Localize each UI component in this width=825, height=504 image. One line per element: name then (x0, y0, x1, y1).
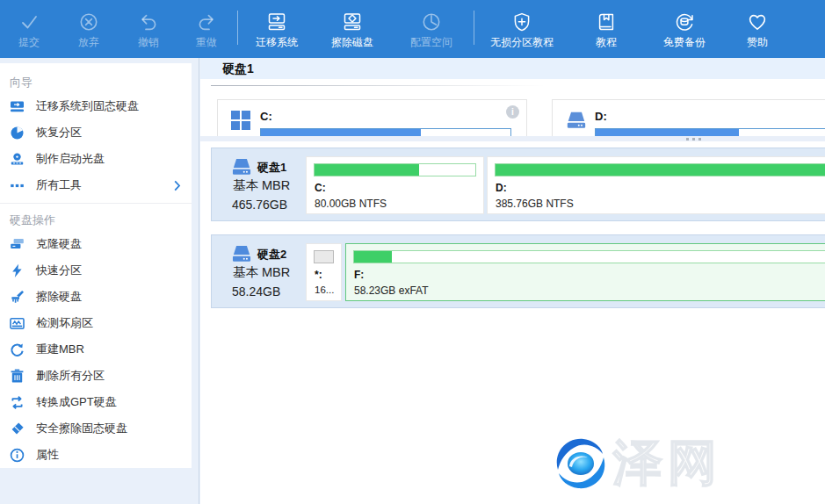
tutorial-button[interactable]: 教程 (568, 0, 645, 58)
sidebar-item-rebuild-mbr[interactable]: 重建MBR (0, 336, 192, 363)
cancel-circle-icon (77, 10, 100, 33)
usage-bar-fill (596, 129, 739, 136)
partition-info: 16... (315, 284, 334, 295)
usage-bar (314, 163, 476, 176)
lossless-partition-tutorial-button[interactable]: 无损分区教程 (476, 0, 568, 58)
sidebar-item-clone-disk[interactable]: 克隆硬盘 (0, 231, 192, 257)
overview-card-drive-d[interactable]: D: (552, 99, 825, 136)
sidebar-main-divider (199, 58, 199, 504)
wave-scan-icon (10, 316, 25, 331)
disk-type: 基本 MBR (233, 264, 290, 281)
sidebar-item-make-bootable-media[interactable]: 制作启动光盘 (0, 146, 192, 172)
toolbar: 提交 放弃 撤销 重做 迁移系统 擦除磁盘 (0, 0, 825, 58)
free-backup-button[interactable]: 免费备份 (645, 0, 724, 58)
usage-bar-fill (315, 164, 419, 176)
sidebar-item-all-tools[interactable]: 所有工具 (0, 172, 192, 198)
sidebar-item-quick-partition[interactable]: 快速分区 (0, 257, 192, 284)
hard-drive-icon (566, 111, 587, 134)
main-panel: C: i D: 硬盘1 基本 MBR (200, 79, 825, 504)
partition-block-d[interactable]: D: 385.76GB NTFS (487, 156, 825, 214)
overview-card-drive-c[interactable]: C: i (217, 99, 527, 136)
convert-arrows-icon (10, 395, 25, 410)
pie-chart-icon (10, 126, 25, 140)
sidebar-item-label: 所有工具 (36, 177, 82, 193)
sidebar-item-recover-partition[interactable]: 恢复分区 (0, 119, 192, 146)
partition-info: 385.76GB NTFS (496, 198, 574, 210)
check-icon (18, 10, 40, 33)
partition-label: C: (315, 182, 326, 194)
sidebar-item-label: 安全擦除固态硬盘 (36, 421, 127, 436)
sidebar-item-label: 擦除硬盘 (36, 289, 82, 305)
trash-icon (10, 369, 25, 384)
sidebar-item-migrate-os-to-ssd[interactable]: 迁移系统到固态硬盘 (0, 93, 192, 119)
sidebar-item-label: 迁移系统到固态硬盘 (36, 98, 139, 114)
sidebar: 向导 迁移系统到固态硬盘 恢复分区 制作启动光盘 所有工具 硬盘操作 (0, 63, 192, 468)
sidebar-section-wizard: 向导 (0, 72, 192, 93)
sidebar-item-label: 恢复分区 (36, 125, 82, 140)
partition-assistant-window: 提交 放弃 撤销 重做 迁移系统 擦除磁盘 (0, 0, 825, 504)
sidebar-item-label: 重建MBR (36, 342, 84, 357)
partition-label: *: (315, 269, 322, 281)
disk-overview: C: i D: (200, 99, 825, 136)
sidebar-section-disk-operations: 硬盘操作 (0, 210, 192, 231)
tab-disk-1[interactable]: 硬盘1 (222, 58, 254, 79)
migrate-drive-icon (10, 99, 25, 114)
partition-label: D: (496, 182, 507, 194)
disk-size: 465.76GB (232, 198, 287, 212)
sidebar-item-label: 制作启动光盘 (36, 151, 105, 167)
sidebar-item-check-bad-sectors[interactable]: 检测坏扇区 (0, 310, 192, 336)
usage-bar (314, 250, 334, 263)
brush-icon (10, 290, 25, 305)
usage-bar (495, 163, 825, 176)
pie-clock-icon (420, 10, 443, 33)
disk-name: 硬盘2 (257, 247, 286, 263)
info-icon[interactable]: i (506, 105, 519, 119)
sidebar-divider (0, 203, 192, 204)
wipe-disk-button[interactable]: 擦除磁盘 (314, 0, 391, 58)
allocate-space-button: 配置空间 (391, 0, 472, 58)
sidebar-item-delete-all-partitions[interactable]: 删除所有分区 (0, 363, 192, 389)
page-background: 向导 迁移系统到固态硬盘 恢复分区 制作启动光盘 所有工具 硬盘操作 (0, 58, 825, 504)
migrate-system-button[interactable]: 迁移系统 (240, 0, 314, 58)
book-icon (595, 10, 618, 33)
sidebar-item-label: 克隆硬盘 (36, 236, 82, 252)
sidebar-item-secure-erase-ssd[interactable]: 安全擦除固态硬盘 (0, 415, 192, 442)
disk-type: 基本 MBR (233, 177, 290, 194)
splitter-grip-dots (686, 138, 701, 140)
partition-block-unallocated[interactable]: *: 16... (306, 243, 342, 301)
partition-info: 58.23GB exFAT (354, 284, 429, 297)
overview-splitter-handle[interactable] (200, 136, 825, 141)
watermark: 泽网 (550, 435, 825, 496)
boot-disc-icon (10, 152, 25, 167)
wipe-disk-icon (341, 10, 364, 33)
disk-name: 硬盘1 (257, 160, 286, 176)
sidebar-item-label: 属性 (36, 447, 59, 463)
info-circle-icon (10, 448, 25, 463)
watermark-text: 泽网 (613, 436, 722, 489)
toolbar-separator (237, 11, 238, 45)
usage-bar (260, 128, 511, 136)
usage-bar-fill (315, 251, 333, 263)
disk-tab-strip: 硬盘1 (200, 58, 825, 79)
usage-bar (353, 250, 825, 263)
undo-icon (137, 10, 160, 33)
partition-block-c[interactable]: C: 80.00GB NTFS (306, 156, 484, 214)
donate-button[interactable]: 赞助 (724, 0, 791, 58)
toolbar-separator (474, 11, 474, 45)
zewang-logo-icon (550, 435, 612, 496)
disk-row-1: 硬盘1 基本 MBR 465.76GB C: 80.00GB NTFS D: 3… (211, 148, 825, 221)
usage-bar (595, 128, 825, 136)
partition-info: 80.00GB NTFS (315, 198, 387, 210)
sidebar-item-convert-to-gpt[interactable]: 转换成GPT硬盘 (0, 389, 192, 415)
usage-bar-fill (496, 164, 825, 176)
partition-label: F: (354, 269, 364, 281)
sidebar-item-properties[interactable]: 属性 (0, 442, 192, 468)
chevron-right-icon (170, 178, 185, 196)
partition-block-f[interactable]: F: 58.23GB exFAT (345, 243, 825, 301)
lightning-icon (10, 263, 25, 278)
sidebar-item-wipe-disk[interactable]: 擦除硬盘 (0, 284, 192, 310)
disk-row-2: 硬盘2 基本 MBR 58.24GB *: 16... F: 58.23GB e… (211, 234, 825, 308)
redo-icon (195, 10, 218, 33)
heart-icon (746, 10, 769, 33)
usage-bar-fill (261, 129, 421, 136)
